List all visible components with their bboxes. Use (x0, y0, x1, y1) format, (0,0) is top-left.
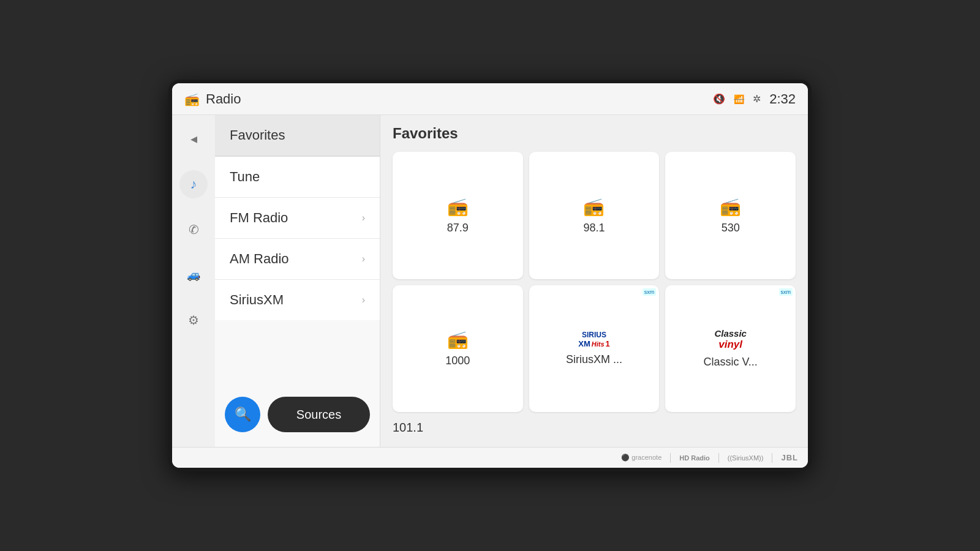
sidebar-icons: ◂ ♪ ✆ 🚙 ⚙ (172, 115, 215, 447)
menu-item-favorites-label: Favorites (230, 127, 285, 143)
am-chevron-icon: › (362, 253, 365, 264)
menu-item-siriusxm[interactable]: SiriusXM › (215, 280, 380, 320)
divider-3 (772, 453, 772, 463)
radio-icon-530: 📻 (720, 197, 741, 217)
menu-item-favorites[interactable]: Favorites (215, 115, 380, 157)
sidebar-item-music[interactable]: ♪ (179, 170, 208, 198)
search-button[interactable]: 🔍 (225, 397, 260, 432)
xm-text: XM (578, 339, 590, 348)
sidebar-item-navigation[interactable]: ◂ (179, 125, 208, 153)
header-left: 📻 Radio (184, 91, 241, 107)
right-panel: Favorites 📻 87.9 📻 98.1 📻 (380, 115, 808, 447)
radio-header-icon: 📻 (184, 92, 200, 107)
radio-icon-98-1: 📻 (583, 197, 605, 217)
menu-item-siriusxm-label: SiriusXM (230, 292, 284, 308)
hd-radio-logo: HD Radio (679, 454, 710, 462)
favorite-card-1000[interactable]: 📻 1000 (393, 285, 523, 413)
station-label-98-1: 98.1 (583, 222, 605, 234)
radio-icon-1000: 📻 (447, 329, 469, 350)
left-menu: Favorites Tune FM Radio › AM Radio › Sir… (215, 115, 380, 447)
sidebar-item-vehicle[interactable]: 🚙 (179, 261, 208, 289)
favorite-card-530[interactable]: 📻 530 (665, 152, 796, 279)
menu-item-am-radio[interactable]: AM Radio › (215, 239, 380, 280)
station-label-530: 530 (722, 222, 740, 234)
divider-1 (670, 453, 671, 463)
classic-text: Classic (714, 328, 747, 339)
siriusxm-hits-row: XM Hits 1 (578, 339, 610, 348)
hits-number: 1 (606, 339, 610, 348)
station-label-classic-vinyl: Classic V... (703, 356, 757, 369)
sidebar-item-phone[interactable]: ✆ (179, 216, 208, 244)
favorite-card-98-1[interactable]: 📻 98.1 (529, 152, 660, 279)
favorites-grid: 📻 87.9 📻 98.1 📻 530 📻 (393, 152, 796, 412)
vinyl-text: vinyl (718, 339, 742, 351)
hits-text: Hits (592, 340, 605, 348)
sources-button[interactable]: Sources (268, 397, 370, 432)
divider-2 (718, 453, 719, 463)
menu-item-fm-label: FM Radio (230, 210, 288, 226)
menu-item-tune[interactable]: Tune (215, 157, 380, 198)
bottom-station-label: 101.1 (393, 418, 796, 437)
station-label-1000: 1000 (445, 354, 470, 367)
sidebar-item-settings[interactable]: ⚙ (179, 306, 208, 334)
sirius-text: SIRIUS (582, 331, 606, 339)
siriusxm-chevron-icon: › (362, 294, 365, 305)
screen: 📻 Radio 🔇 📶 ✲ 2:32 ◂ ♪ ✆ 🚙 ⚙ (172, 83, 808, 468)
menu-bottom: 🔍 Sources (215, 388, 380, 441)
menu-item-tune-label: Tune (230, 169, 260, 185)
station-label-87-9: 87.9 (447, 222, 469, 234)
main-content: ◂ ♪ ✆ 🚙 ⚙ Favorites Tune FM Radio › (172, 115, 808, 447)
header-right: 🔇 📶 ✲ 2:32 (713, 91, 796, 107)
station-label-siriusxm: SiriusXM ... (566, 353, 622, 366)
siriusxm-footer-logo: ((SiriusXM)) (728, 454, 764, 462)
footer-brand: ⚫ gracenote HD Radio ((SiriusXM)) JBL (172, 447, 808, 468)
bluetooth-icon: ✲ (753, 93, 761, 105)
mute-icon: 🔇 (713, 93, 725, 105)
favorite-card-87-9[interactable]: 📻 87.9 (393, 152, 523, 279)
classic-vinyl-logo: Classic vinyl (714, 328, 747, 351)
siriusxm-logo: SIRIUS XM Hits 1 (578, 331, 610, 348)
header-title: Radio (206, 91, 241, 107)
gracenote-logo: ⚫ gracenote (621, 454, 662, 462)
jbl-logo: JBL (781, 453, 798, 462)
favorite-card-classic-vinyl[interactable]: sxm Classic vinyl Classic V... (665, 285, 796, 413)
header: 📻 Radio 🔇 📶 ✲ 2:32 (172, 83, 808, 115)
sxm-badge-cv: sxm (779, 288, 793, 296)
signal-icon: 📶 (734, 94, 744, 104)
menu-item-am-label: AM Radio (230, 251, 289, 267)
clock-display: 2:32 (769, 91, 796, 107)
menu-item-fm-radio[interactable]: FM Radio › (215, 198, 380, 239)
search-icon: 🔍 (235, 407, 251, 422)
radio-icon-87-9: 📻 (447, 197, 469, 217)
favorites-title: Favorites (393, 125, 796, 142)
sxm-badge: sxm (643, 288, 657, 296)
favorite-card-siriusxm[interactable]: sxm SIRIUS XM Hits 1 SiriusXM ... (529, 285, 660, 413)
screen-bezel: 📻 Radio 🔇 📶 ✲ 2:32 ◂ ♪ ✆ 🚙 ⚙ (168, 80, 812, 471)
fm-chevron-icon: › (362, 212, 365, 223)
